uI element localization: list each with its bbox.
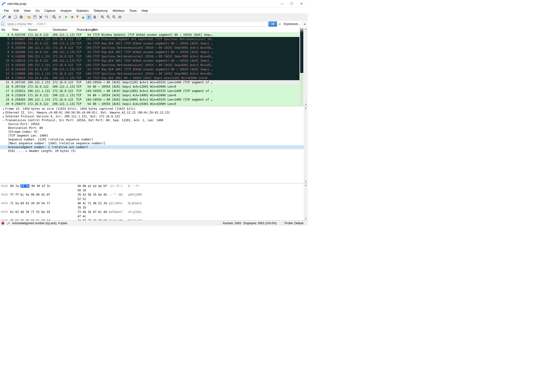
packet-row[interactable]: 100.128319172.16.0.122200.121.1.131TCP54…: [0, 59, 299, 63]
column-source[interactable]: Source: [27, 27, 51, 32]
status-field: Acknowledgment number (tcp.ack), 4 bytes: [12, 222, 219, 225]
detail-line[interactable]: Acknowledgment number: 1 (relative ack n…: [0, 145, 304, 149]
packet-row[interactable]: 70.102939200.121.1.131172.16.0.122TCP145…: [0, 46, 299, 50]
svg-point-2: [21, 17, 22, 18]
find-packet-icon[interactable]: [52, 14, 57, 20]
apply-filter-button[interactable]: [268, 21, 277, 27]
autoscroll-icon[interactable]: [86, 14, 92, 20]
hex-line[interactable]: 004071 5a 69 63 39 34 54 77 48 4c 71 46 …: [1, 201, 303, 210]
packet-row[interactable]: 90.128285200.121.1.131172.16.0.122TCP145…: [0, 54, 299, 59]
go-back-icon[interactable]: [57, 14, 63, 20]
packet-list-panel: No. Time Source Destination Protocol Len…: [0, 27, 308, 106]
packet-row[interactable]: 200.258373172.16.0.122200.121.1.131TCP54…: [0, 102, 299, 106]
packet-row[interactable]: 80.102946172.16.0.122200.121.1.131TCP54[…: [0, 50, 299, 54]
menu-telephony[interactable]: Telephony: [91, 8, 110, 13]
menu-go[interactable]: Go: [33, 8, 42, 13]
detail-line[interactable]: Sequence number: 11201 (relative sequenc…: [0, 138, 304, 141]
start-capture-icon[interactable]: [1, 14, 6, 20]
svg-rect-27: [119, 16, 120, 18]
packet-row[interactable]: 110.154162200.121.1.131172.16.0.122TCP14…: [0, 63, 299, 67]
stop-capture-icon[interactable]: [7, 14, 12, 20]
menu-statistics[interactable]: Statistics: [74, 8, 91, 13]
svg-rect-15: [93, 18, 96, 18]
restart-capture-icon[interactable]: [13, 14, 18, 20]
zoom-reset-icon[interactable]: 1: [112, 14, 117, 20]
go-first-icon[interactable]: [75, 14, 80, 20]
detail-line[interactable]: Destination Port: 80: [0, 126, 304, 130]
column-protocol[interactable]: Protocol: [75, 27, 85, 32]
menu-wireless[interactable]: Wireless: [110, 8, 127, 13]
menu-edit[interactable]: Edit: [11, 8, 21, 13]
detail-line[interactable]: [TCP Segment Len: 1400]: [0, 134, 304, 138]
filter-bookmark-icon[interactable]: [1, 21, 4, 27]
svg-text:1: 1: [113, 16, 114, 17]
minimize-button[interactable]: —: [277, 0, 287, 7]
packet-row[interactable]: 170.232621200.121.1.131172.16.0.122TCP14…: [0, 89, 299, 93]
hex-line[interactable]: 002000 7a 29 3a 00 50 a7 5c 30 08 e2 e2 …: [1, 184, 303, 193]
svg-rect-0: [8, 16, 11, 18]
detail-line[interactable]: [Stream index: 0]: [0, 130, 304, 134]
packet-row[interactable]: 60.076978172.16.0.122200.121.1.131TCP54[…: [0, 41, 299, 46]
detail-line[interactable]: [Next sequence number: 12601 (relative s…: [0, 141, 304, 145]
packet-row[interactable]: 40.025749172.16.0.122200.121.1.131TCP54[…: [0, 33, 299, 37]
packet-row[interactable]: 120.154169172.16.0.122200.121.1.131TCP54…: [0, 67, 299, 72]
maximize-button[interactable]: ☐: [287, 0, 297, 7]
packet-row[interactable]: 140.179915172.16.0.122200.121.1.131TCP54…: [0, 76, 299, 80]
zoom-in-icon[interactable]: [100, 14, 105, 20]
go-last-icon[interactable]: [81, 14, 86, 20]
open-file-icon[interactable]: [26, 14, 32, 20]
resize-columns-icon[interactable]: [117, 14, 123, 20]
packet-list-header[interactable]: No. Time Source Destination Protocol Len…: [0, 27, 299, 33]
hex-line[interactable]: 005061 62 46 30 77 55 6e 59 73 46 2b 67 …: [1, 210, 303, 218]
reload-file-icon[interactable]: [44, 14, 49, 20]
expression-button[interactable]: Expression...: [283, 22, 301, 26]
detail-line[interactable]: ▶Internet Protocol Version 4, Src: 200.1…: [0, 115, 304, 118]
capture-options-icon[interactable]: [19, 14, 24, 20]
menu-capture[interactable]: Capture: [42, 8, 58, 13]
detail-line[interactable]: 0101 .... = Header Length: 20 bytes (5): [0, 149, 304, 153]
filter-history-dropdown[interactable]: ▾: [278, 22, 282, 26]
status-profile[interactable]: Profile: Default: [285, 222, 306, 225]
packet-row[interactable]: 50.076967200.121.1.131172.16.0.122TCP145…: [0, 37, 299, 41]
colorize-icon[interactable]: [92, 14, 97, 20]
expert-info-icon[interactable]: [1, 222, 4, 225]
statusbar: Acknowledgment number (tcp.ack), 4 bytes…: [0, 220, 308, 226]
add-filter-button[interactable]: +: [302, 22, 307, 26]
hex-line[interactable]: 0030ff ff bc 5e 00 00 42 4f 78 42 56 35 …: [1, 193, 303, 201]
menu-analyze[interactable]: Analyze: [58, 8, 74, 13]
bytes-scrollbar[interactable]: ▲▼: [304, 183, 308, 220]
detail-line[interactable]: ▾Transmission Control Protocol, Src Port…: [0, 118, 304, 122]
go-forward-icon[interactable]: [63, 14, 68, 20]
svg-rect-28: [120, 16, 121, 18]
packet-row[interactable]: 150.207145200.121.1.131172.16.0.122TCP14…: [0, 80, 299, 84]
close-button[interactable]: ✕: [297, 0, 306, 7]
column-info[interactable]: Info: [92, 27, 299, 32]
column-time[interactable]: Time: [11, 27, 27, 32]
zoom-out-icon[interactable]: [106, 14, 111, 20]
column-length[interactable]: Length: [85, 27, 92, 32]
detail-line[interactable]: ▶Ethernet II, Src: Vmware_c0:00:01 (00:5…: [0, 111, 304, 115]
svg-rect-29: [8, 222, 10, 224]
packet-row[interactable]: 160.207156172.16.0.122200.121.1.131TCP54…: [0, 84, 299, 89]
packet-bytes-panel: 002000 7a 29 3a 00 50 a7 5c 30 08 e2 e2 …: [0, 183, 308, 220]
save-file-icon[interactable]: [32, 14, 37, 20]
menu-view[interactable]: View: [21, 8, 33, 13]
detail-line[interactable]: Source Port: 10554: [0, 122, 304, 126]
column-no[interactable]: No.: [0, 27, 11, 32]
packet-row[interactable]: 130.179906200.121.1.131172.16.0.122TCP14…: [0, 72, 299, 76]
packet-row[interactable]: 190.258365200.121.1.131172.16.0.122TCP14…: [0, 97, 299, 102]
display-filter-input[interactable]: [5, 21, 268, 27]
details-scrollbar[interactable]: ▲▼: [304, 106, 308, 183]
go-to-packet-icon[interactable]: [69, 14, 74, 20]
packet-list-scrollbar[interactable]: ▲▼: [304, 27, 308, 106]
menu-tools[interactable]: Tools: [127, 8, 139, 13]
packet-row[interactable]: 180.232629172.16.0.122200.121.1.131TCP54…: [0, 93, 299, 97]
detail-line[interactable]: ▶Frame 15: 1454 bytes on wire (11632 bit…: [0, 107, 304, 111]
column-destination[interactable]: Destination: [51, 27, 75, 32]
menu-file[interactable]: File: [1, 8, 11, 13]
close-file-icon[interactable]: [38, 14, 43, 20]
menu-help[interactable]: Help: [139, 8, 150, 13]
packet-minimap[interactable]: [299, 27, 304, 106]
edit-prefs-icon[interactable]: [6, 221, 10, 225]
wireshark-fin-icon: [1, 2, 6, 6]
